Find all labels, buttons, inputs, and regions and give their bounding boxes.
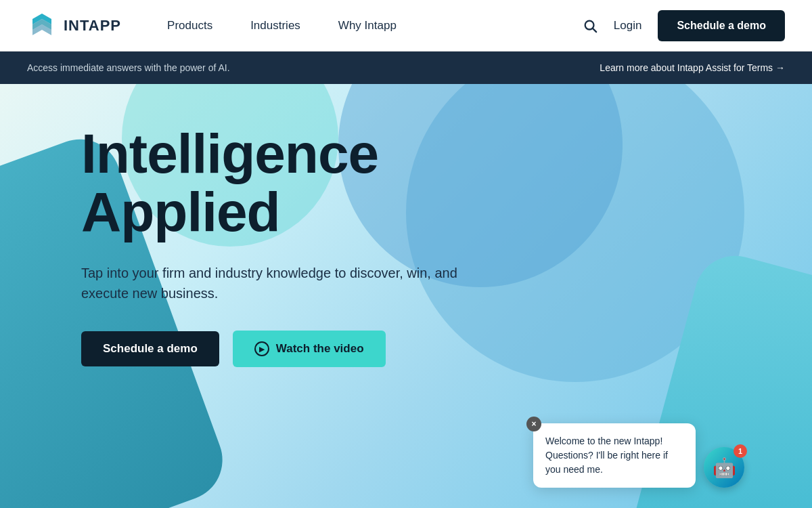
logo-text: INTAPP — [64, 17, 121, 35]
hero-title-line2: Applied — [81, 181, 280, 242]
hero-title-line1: Intelligence — [81, 123, 378, 184]
hero-subtitle: Tap into your firm and industry knowledg… — [81, 263, 460, 303]
navbar: INTAPP Products Industries Why Intapp Lo… — [0, 0, 812, 51]
svg-line-4 — [593, 28, 596, 32]
play-icon: ▶ — [254, 341, 269, 356]
watch-video-label: Watch the video — [276, 342, 364, 356]
chat-badge: 1 — [734, 444, 747, 458]
hero-title: Intelligence Applied — [81, 125, 460, 241]
robot-icon: 🤖 — [713, 457, 736, 479]
search-button[interactable] — [583, 18, 597, 33]
nav-link-industries[interactable]: Industries — [231, 0, 319, 51]
nav-actions: Login Schedule a demo — [583, 10, 785, 41]
chat-widget: × Welcome to the new Intapp! Questions? … — [533, 423, 744, 488]
login-button[interactable]: Login — [614, 19, 642, 33]
nav-links: Products Industries Why Intapp — [148, 0, 583, 51]
chat-message: Welcome to the new Intapp! Questions? I'… — [545, 436, 668, 475]
hero-content: Intelligence Applied Tap into your firm … — [0, 84, 487, 394]
announcement-banner: Access immediate answers with the power … — [0, 51, 812, 84]
nav-link-why-intapp[interactable]: Why Intapp — [319, 0, 415, 51]
schedule-demo-hero-button[interactable]: Schedule a demo — [81, 331, 219, 366]
chat-bubble: × Welcome to the new Intapp! Questions? … — [533, 423, 696, 488]
logo[interactable]: INTAPP — [27, 11, 121, 41]
watch-video-button[interactable]: ▶ Watch the video — [233, 331, 386, 367]
chat-close-button[interactable]: × — [526, 417, 541, 431]
search-icon — [583, 18, 597, 33]
chat-avatar[interactable]: 🤖 1 — [704, 447, 744, 488]
banner-text: Access immediate answers with the power … — [27, 62, 230, 73]
nav-link-products[interactable]: Products — [148, 0, 231, 51]
schedule-demo-nav-button[interactable]: Schedule a demo — [658, 10, 785, 41]
hero-section: Intelligence Applied Tap into your firm … — [0, 84, 812, 508]
banner-link[interactable]: Learn more about Intapp Assist for Terms… — [600, 62, 785, 73]
hero-buttons: Schedule a demo ▶ Watch the video — [81, 331, 460, 367]
intapp-logo-icon — [27, 11, 57, 41]
